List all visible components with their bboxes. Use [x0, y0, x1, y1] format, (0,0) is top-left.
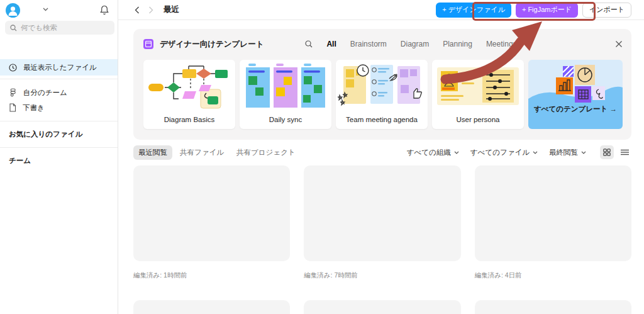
divider	[0, 147, 118, 148]
figma-logo-icon	[9, 88, 17, 97]
avatar[interactable]	[6, 3, 20, 18]
chevron-down-icon	[454, 151, 459, 154]
files-toolbar: 最近閲覧 共有ファイル 共有プロジェクト すべての組織 すべてのファイル 最終閲…	[133, 145, 631, 160]
chevron-down-icon	[581, 151, 586, 154]
draft-file-icon	[9, 103, 16, 112]
topbar: 最近 + デザインファイル + FigJamボード インポート	[118, 0, 644, 20]
chevron-down-icon	[533, 151, 538, 154]
template-filter-brainstorm[interactable]: Brainstorm	[350, 40, 387, 48]
filter-label: すべてのファイル	[470, 148, 530, 157]
all-templates-card[interactable]: すべてのテンプレート →	[528, 60, 623, 129]
template-card-label: Daily sync	[240, 116, 331, 123]
divider	[0, 121, 118, 121]
file-card[interactable]	[304, 300, 460, 314]
back-icon[interactable]	[135, 6, 140, 14]
tab-shared-projects[interactable]: 共有プロジェクト	[231, 145, 301, 160]
all-templates-thumbnail	[528, 60, 623, 129]
template-banner-title: デザイナー向けテンプレート	[160, 39, 264, 50]
template-banner: デザイナー向けテンプレート All Brainstorm Diagram Pla…	[133, 29, 631, 140]
file-grid	[133, 165, 631, 261]
team-meeting-agenda-thumbnail	[336, 60, 428, 113]
page-title: 最近	[164, 4, 179, 15]
filter-all-files[interactable]: すべてのファイル	[470, 148, 538, 157]
tab-recently-viewed[interactable]: 最近閲覧	[133, 145, 172, 160]
forward-icon[interactable]	[148, 6, 153, 14]
template-filter-planning[interactable]: Planning	[443, 40, 472, 48]
template-card-team-meeting[interactable]: Team meeting agenda	[336, 60, 428, 129]
template-card-user-persona[interactable]: User persona	[432, 60, 524, 129]
filter-label: 最終閲覧	[549, 148, 578, 157]
filter-last-viewed[interactable]: 最終閲覧	[549, 148, 586, 157]
filter-label: すべての組織	[407, 148, 451, 157]
new-figjam-board-button[interactable]: + FigJamボード	[516, 3, 578, 18]
sidebar-item-label: 下書き	[23, 103, 45, 113]
file-edited-label: 編集済み: 4日前	[475, 271, 631, 280]
template-filter-diagram[interactable]: Diagram	[401, 40, 429, 48]
search-bar[interactable]	[5, 21, 114, 35]
search-icon	[10, 25, 17, 31]
daily-sync-thumbnail	[240, 60, 331, 113]
file-card[interactable]	[133, 300, 290, 314]
tab-shared-files[interactable]: 共有ファイル	[175, 145, 229, 160]
file-labels-row: 編集済み: 1時間前 編集済み: 7時間前 編集済み: 4日前	[133, 271, 631, 280]
template-filter-all[interactable]: All	[326, 40, 336, 48]
bell-icon[interactable]	[100, 5, 109, 15]
sidebar: 最近表示したファイル 自分のチーム 下書き お気に入	[0, 0, 118, 314]
figma-file-browser: 最近表示したファイル 自分のチーム 下書き お気に入	[0, 0, 644, 314]
template-filter-meetings[interactable]: Meetings	[486, 40, 517, 48]
close-icon[interactable]	[615, 40, 623, 48]
file-grid-row-2	[133, 300, 631, 314]
all-templates-label: すべてのテンプレート →	[528, 104, 623, 114]
template-search-icon[interactable]	[305, 40, 313, 48]
diagram-basics-thumbnail	[143, 60, 235, 113]
template-card-label: User persona	[432, 116, 524, 123]
file-edited-label: 編集済み: 1時間前	[133, 271, 290, 280]
sidebar-favorites-header[interactable]: お気に入りのファイル	[0, 125, 118, 144]
template-card-daily-sync[interactable]: Daily sync	[240, 60, 331, 129]
sidebar-item-drafts[interactable]: 下書き	[0, 100, 118, 115]
account-chevron-down-icon[interactable]	[43, 8, 48, 11]
file-card[interactable]	[304, 165, 460, 261]
clock-icon	[9, 64, 17, 72]
sidebar-item-my-team[interactable]: 自分のチーム	[0, 85, 118, 100]
template-card-label: Diagram Basics	[143, 116, 235, 123]
sidebar-item-label: 自分のチーム	[23, 88, 67, 98]
template-card-diagram-basics[interactable]: Diagram Basics	[143, 60, 235, 129]
import-button[interactable]: インポート	[582, 3, 631, 18]
person-icon	[6, 3, 20, 18]
file-edited-label: 編集済み: 7時間前	[304, 271, 460, 280]
sidebar-item-label: 最近表示したファイル	[23, 63, 97, 72]
grid-view-icon[interactable]	[600, 145, 614, 159]
list-view-icon[interactable]	[618, 145, 631, 159]
new-design-file-button[interactable]: + デザインファイル	[436, 3, 511, 18]
divider	[0, 79, 118, 79]
filter-all-organizations[interactable]: すべての組織	[407, 148, 459, 157]
template-card-label: Team meeting agenda	[336, 116, 428, 123]
user-persona-thumbnail	[432, 60, 524, 113]
search-input[interactable]	[21, 24, 103, 31]
sidebar-teams-header[interactable]: チーム	[0, 151, 118, 171]
template-gallery-icon	[143, 39, 153, 49]
file-card[interactable]	[133, 165, 290, 261]
sidebar-item-recent-files[interactable]: 最近表示したファイル	[0, 59, 118, 76]
file-card[interactable]	[475, 165, 631, 261]
file-card[interactable]	[475, 300, 631, 314]
